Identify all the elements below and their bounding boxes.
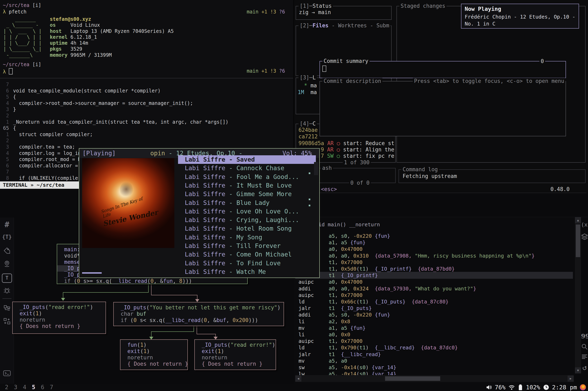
code-line[interactable]: 2 xyxy=(0,113,293,119)
asm-row[interactable]: lia2, 0x8 xyxy=(294,318,575,325)
search-icon[interactable] xyxy=(581,343,588,351)
escape-hint[interactable]: <esc> xyxy=(321,186,337,192)
track-row[interactable]: Labi Siffre - It Must Be Love xyxy=(178,181,316,190)
clock-icon[interactable] xyxy=(543,384,549,391)
code-line[interactable]: 7 xyxy=(0,82,293,88)
code-line[interactable]: 1_Noreturn void tea_compiler_init(struct… xyxy=(0,119,293,125)
workspace-3[interactable]: 3 xyxy=(14,384,23,391)
track-row[interactable]: Labi Siffre - Till Forever xyxy=(178,242,316,250)
types-icon[interactable]: {T} xyxy=(0,234,14,240)
code-line[interactable]: 3} xyxy=(0,106,293,113)
asm-row[interactable]: swa5, -0x14(s0) {var_14} xyxy=(294,364,575,371)
console-icon[interactable] xyxy=(0,370,14,378)
scroll-down-icon[interactable]: ▼ xyxy=(575,367,581,374)
command-line[interactable]: λ xyxy=(3,68,13,75)
asm-row[interactable]: ldt1, 0x66c(t1) {_IO_puts} {data_87c80} xyxy=(294,298,575,305)
asm-row[interactable]: auipct1, 0x77000 xyxy=(294,292,575,298)
hierarchy-icon[interactable] xyxy=(0,304,14,313)
graph-node[interactable]: _IO_puts("read error!")exit(1)noreturn{ … xyxy=(12,302,106,334)
track-row[interactable]: Labi Siffre - Saved xyxy=(178,155,316,164)
branch-row[interactable]: 1M ma xyxy=(298,89,317,95)
asm-row[interactable]: mva1, a5 {fun} xyxy=(294,325,575,331)
workspace-6[interactable]: 6 xyxy=(41,384,50,391)
asm-row[interactable]: addia5, s0, -0x220 {fun} xyxy=(294,312,575,318)
scroll-right-icon[interactable]: ▶ xyxy=(568,376,574,382)
asm-row[interactable]: jalrt1 {__libc_read} xyxy=(294,351,575,358)
terminal-title-bar[interactable]: TERMINAL » ~/src/tea xyxy=(0,182,80,189)
track-row[interactable]: Labi Siffre - To Find Love xyxy=(178,259,316,268)
commit-row[interactable]: 7 SW ○ start: fix pc re xyxy=(321,153,394,159)
track-row[interactable]: Labi Siffre - Cannock Chase xyxy=(178,164,316,173)
asm-row[interactable]: a0, a0, 0x310 {data_57908, "Hmm, riscy b… xyxy=(294,253,575,259)
asm-row[interactable]: addia0, a0, 0x324 {data_57930, "What do … xyxy=(294,286,575,292)
layers-icon[interactable] xyxy=(581,233,588,242)
workspace-4[interactable]: 4 xyxy=(23,384,32,391)
track-row[interactable]: Labi Siffre - Watch Me xyxy=(178,268,316,276)
wifi-icon[interactable] xyxy=(508,384,515,391)
commit-row[interactable]: ca7212 xyxy=(299,133,318,140)
branch-row[interactable]: * ma xyxy=(298,83,317,89)
swap-views-icon[interactable] xyxy=(0,317,14,326)
asm-row[interactable]: auipca0, 0x47000 xyxy=(294,279,575,285)
scroll-up-icon[interactable]: ▲ xyxy=(575,217,581,223)
workspace-5[interactable]: 5 xyxy=(32,384,41,391)
asm-row[interactable]: t1 {_IO_printf} xyxy=(294,272,575,279)
edge xyxy=(63,292,149,293)
asm-row[interactable]: lia0, 0x0 xyxy=(294,331,575,338)
horizontal-scroll-thumb[interactable] xyxy=(385,376,440,381)
workspace-2[interactable]: 2 xyxy=(5,384,14,391)
track-row[interactable]: Labi Siffre - My Song xyxy=(178,233,316,242)
commit-row[interactable]: 9 AR ○ start: Align the xyxy=(321,147,394,153)
status-panel[interactable]: [1]─Status zig → main xyxy=(296,6,392,20)
commit-description-popup[interactable]: Commit description Press <tab> to toggle… xyxy=(320,81,566,136)
scroll-left-icon[interactable]: ◀ xyxy=(295,376,301,382)
track-row[interactable]: Labi Siffre - Crying, Laughi... xyxy=(178,216,316,224)
track-row[interactable]: Labi Siffre - Blue Lady xyxy=(178,198,316,207)
code-line[interactable]: 4 compiler->root_mod->source_manager = s… xyxy=(0,100,293,106)
asm-row[interactable]: a1, a5 {fun} xyxy=(294,239,575,246)
asm-row[interactable]: a0, 0x47000 xyxy=(294,246,575,252)
now-playing-notification[interactable]: Now Playing Frédéric Chopin - 12 Etudes,… xyxy=(461,4,579,29)
node-line: _IO_puts("read error!") xyxy=(20,304,106,310)
asm-row[interactable]: jalrt1 {_IO_puts} xyxy=(294,305,575,312)
asm-row[interactable]: mva5, a0 xyxy=(294,358,575,364)
track-row[interactable]: Labi Siffre - Come On Michael xyxy=(178,250,316,259)
commit-row[interactable]: 624bae xyxy=(299,127,318,133)
volume-icon[interactable] xyxy=(486,384,492,391)
graph-node[interactable]: _IO_puts("read error!")exit(1)noreturn{ … xyxy=(194,339,276,370)
variables-icon[interactable]: (x) xyxy=(581,222,588,228)
system-badge-icon[interactable] xyxy=(580,384,586,391)
code-line[interactable]: 6void tea_compile_module(struct compiler… xyxy=(0,88,293,94)
code-line[interactable]: 5{ xyxy=(0,94,293,100)
graph-node[interactable]: fun(1)exit(1)noreturn{ Does not return } xyxy=(120,339,188,370)
progress-bar[interactable] xyxy=(82,272,102,274)
asm-row[interactable]: a5, s0, -0x220 {fun} xyxy=(294,233,575,239)
commit-row[interactable]: 99086d5a AR ○ start: Reduce st xyxy=(299,140,394,146)
asm-row[interactable]: auipct1, 0x77000 xyxy=(294,338,575,344)
strings-icon[interactable]: 99 xyxy=(581,333,588,340)
track-row[interactable]: Labi Siffre - Gimme Some More xyxy=(178,190,316,198)
asm-row[interactable]: t1, 0x5d0(t1) {_IO_printf} {data_87bd0} xyxy=(294,266,575,272)
location-icon[interactable] xyxy=(0,260,14,269)
workspace-7[interactable]: 7 xyxy=(50,384,59,391)
track-row[interactable]: Labi Siffre - Hotel Room Song xyxy=(178,224,316,233)
history-icon[interactable]: ↺ xyxy=(581,363,588,372)
track-row[interactable]: Labi Siffre - Love Oh Love O... xyxy=(178,207,316,216)
text-view-icon[interactable]: T xyxy=(0,274,14,283)
commit-summary-popup[interactable]: Commit summary 0 xyxy=(320,61,566,78)
bug-icon[interactable] xyxy=(0,287,14,295)
vertical-scroll-thumb[interactable] xyxy=(576,224,580,257)
code-line[interactable]: 1 struct compiler compiler; xyxy=(0,131,293,138)
track-row[interactable]: Labi Siffre - Fool Me a Good... xyxy=(178,173,316,181)
graph-node[interactable]: _IO_puts("You better not let this get mo… xyxy=(113,302,284,326)
workspace-indicator[interactable]: 234567 xyxy=(5,384,59,391)
symbols-icon[interactable]: # xyxy=(0,220,14,229)
asm-row[interactable]: t1, 0x77000 xyxy=(294,259,575,266)
code-line[interactable]: 2 xyxy=(0,138,293,144)
battery-icon[interactable] xyxy=(518,384,523,391)
code-line[interactable]: 65{ xyxy=(0,125,293,131)
asm-row[interactable]: ldt1, 0x790(t1) {__libc_read} {data_87dc… xyxy=(294,344,575,351)
tag-icon[interactable] xyxy=(0,247,14,255)
log-icon[interactable] xyxy=(581,353,588,361)
list-scroll-thumb[interactable] xyxy=(314,162,318,175)
